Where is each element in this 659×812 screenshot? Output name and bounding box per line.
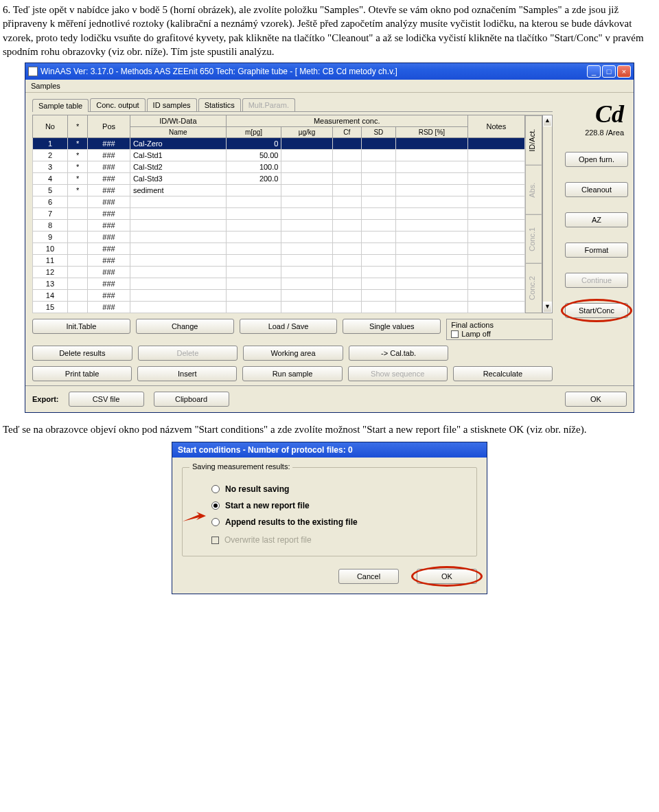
menubar: Samples bbox=[25, 80, 634, 93]
wavelength-label: 228.8 /Area bbox=[565, 128, 628, 137]
doc-para-1: 6. Teď jste opět v nabídce jako v bodě 5… bbox=[3, 3, 656, 58]
radio-append[interactable]: Append results to the existing file bbox=[211, 517, 465, 527]
table-row[interactable]: 10### bbox=[33, 243, 525, 255]
load-save-button[interactable]: Load / Save bbox=[240, 319, 338, 334]
table-row[interactable]: 12### bbox=[33, 267, 525, 278]
csv-file-button[interactable]: CSV file bbox=[69, 392, 144, 407]
scroll-up-icon[interactable]: ▲ bbox=[543, 115, 552, 126]
app-icon bbox=[28, 67, 38, 76]
doc-para-2: Teď se na obrazovce objeví okno pod názv… bbox=[3, 422, 656, 436]
minimize-icon[interactable]: _ bbox=[587, 65, 601, 78]
delete-button: Delete bbox=[138, 346, 238, 361]
cleanout-button[interactable]: Cleanout bbox=[565, 182, 628, 197]
titlebar: WinAAS Ver: 3.17.0 - Methods AAS ZEEnit … bbox=[25, 63, 634, 80]
radio-new-report[interactable]: Start a new report file bbox=[211, 501, 465, 510]
col-id[interactable]: ID/Wt-Data bbox=[130, 115, 226, 127]
table-row[interactable]: 15### bbox=[33, 302, 525, 313]
menu-samples[interactable]: Samples bbox=[31, 82, 60, 90]
table-row[interactable]: 9### bbox=[33, 232, 525, 243]
table-row[interactable]: 6### bbox=[33, 196, 525, 208]
dialog-ok-button[interactable]: OK bbox=[417, 569, 477, 584]
recalculate-button[interactable]: Recalculate bbox=[453, 366, 553, 381]
vtab-id-act[interactable]: ID/Act. bbox=[526, 115, 542, 165]
col-notes[interactable]: Notes bbox=[467, 115, 524, 138]
vertical-tabs: ID/Act. Abs. Conc.1 Conc.2 bbox=[525, 115, 542, 313]
init-table-button[interactable]: Init.Table bbox=[32, 319, 130, 334]
show-sequence-button: Show sequence bbox=[348, 366, 448, 381]
table-row[interactable]: 14### bbox=[33, 290, 525, 302]
print-table-button[interactable]: Print table bbox=[32, 366, 132, 381]
table-row[interactable]: 3*###Cal-Std2100.0 bbox=[33, 161, 525, 173]
overwrite-checkbox: Overwrite last report file bbox=[211, 535, 465, 545]
final-actions: Final actions Lamp off bbox=[446, 319, 553, 340]
final-actions-title: Final actions bbox=[451, 321, 548, 329]
table-row[interactable]: 4*###Cal-Std3200.0 bbox=[33, 173, 525, 185]
table-row[interactable]: 8### bbox=[33, 220, 525, 232]
maximize-icon[interactable]: □ bbox=[602, 65, 616, 78]
table-row[interactable]: 7### bbox=[33, 208, 525, 220]
col-sd[interactable]: SD bbox=[361, 127, 396, 138]
export-label: Export: bbox=[32, 395, 59, 403]
scrollbar[interactable]: ▲ ▼ bbox=[542, 115, 553, 313]
group-legend: Saving measurement results: bbox=[189, 462, 292, 471]
tab-statistics[interactable]: Statistics bbox=[198, 98, 241, 111]
col-measure[interactable]: Measurement conc. bbox=[226, 115, 467, 127]
dialog-title: Start conditions - Number of protocol fi… bbox=[172, 442, 487, 458]
winaas-window: WinAAS Ver: 3.17.0 - Methods AAS ZEEnit … bbox=[25, 63, 634, 413]
az-button[interactable]: AZ bbox=[565, 212, 628, 227]
run-sample-button[interactable]: Run sample bbox=[242, 366, 342, 381]
sample-table[interactable]: No * Pos ID/Wt-Data Measurement conc. No… bbox=[32, 115, 525, 313]
vtab-abs[interactable]: Abs. bbox=[526, 165, 542, 214]
radio-no-saving[interactable]: No result saving bbox=[211, 484, 465, 494]
ok-button[interactable]: OK bbox=[565, 392, 627, 407]
start-conditions-dialog: Start conditions - Number of protocol fi… bbox=[172, 442, 487, 594]
continue-button: Continue bbox=[565, 273, 628, 288]
tab-mult-param: Mult.Param. bbox=[242, 98, 295, 111]
insert-button[interactable]: Insert bbox=[137, 366, 237, 381]
close-icon[interactable]: × bbox=[617, 65, 631, 78]
clipboard-button[interactable]: Clipboard bbox=[154, 392, 229, 407]
change-button[interactable]: Change bbox=[136, 319, 234, 334]
vtab-conc2[interactable]: Conc.2 bbox=[526, 263, 542, 313]
col-name[interactable]: Name bbox=[130, 127, 226, 138]
working-area-button[interactable]: Working area bbox=[243, 346, 343, 361]
col-m[interactable]: m[pg] bbox=[226, 127, 281, 138]
delete-results-button[interactable]: Delete results bbox=[32, 346, 132, 361]
tab-id-samples[interactable]: ID samples bbox=[147, 98, 197, 111]
cal-tab-button[interactable]: -> Cal.tab. bbox=[349, 346, 449, 361]
tab-sample-table[interactable]: Sample table bbox=[32, 99, 89, 112]
table-row[interactable]: 13### bbox=[33, 278, 525, 290]
window-title: WinAAS Ver: 3.17.0 - Methods AAS ZEEnit … bbox=[41, 67, 587, 76]
table-row[interactable]: 1*###Cal-Zero0 bbox=[33, 138, 525, 150]
col-star[interactable]: * bbox=[67, 115, 87, 138]
col-no[interactable]: No bbox=[33, 115, 68, 138]
svg-marker-0 bbox=[183, 512, 206, 521]
col-ug[interactable]: µg/kg bbox=[281, 127, 332, 138]
saving-group: Saving measurement results: No result sa… bbox=[182, 467, 477, 556]
table-row[interactable]: 2*###Cal-Std150.00 bbox=[33, 150, 525, 161]
lamp-off-checkbox[interactable] bbox=[451, 330, 459, 338]
dialog-cancel-button[interactable]: Cancel bbox=[338, 569, 399, 584]
table-row[interactable]: 11### bbox=[33, 255, 525, 267]
lamp-off-label: Lamp off bbox=[461, 330, 491, 338]
col-rsd[interactable]: RSD [%] bbox=[396, 127, 467, 138]
table-row[interactable]: 5*###sediment bbox=[33, 185, 525, 196]
format-button[interactable]: Format bbox=[565, 243, 628, 258]
tab-conc-output[interactable]: Conc. output bbox=[90, 98, 145, 111]
open-furn-button[interactable]: Open furn. bbox=[565, 152, 628, 167]
start-conc-button[interactable]: Start/Conc bbox=[565, 303, 628, 318]
scroll-down-icon[interactable]: ▼ bbox=[543, 302, 552, 313]
tabs: Sample table Conc. output ID samples Sta… bbox=[32, 98, 553, 112]
single-values-button[interactable]: Single values bbox=[343, 319, 441, 334]
col-cf[interactable]: Cf bbox=[332, 127, 361, 138]
element-symbol: Cd bbox=[565, 100, 628, 128]
vtab-conc1[interactable]: Conc.1 bbox=[526, 214, 542, 264]
col-pos[interactable]: Pos bbox=[88, 115, 130, 138]
